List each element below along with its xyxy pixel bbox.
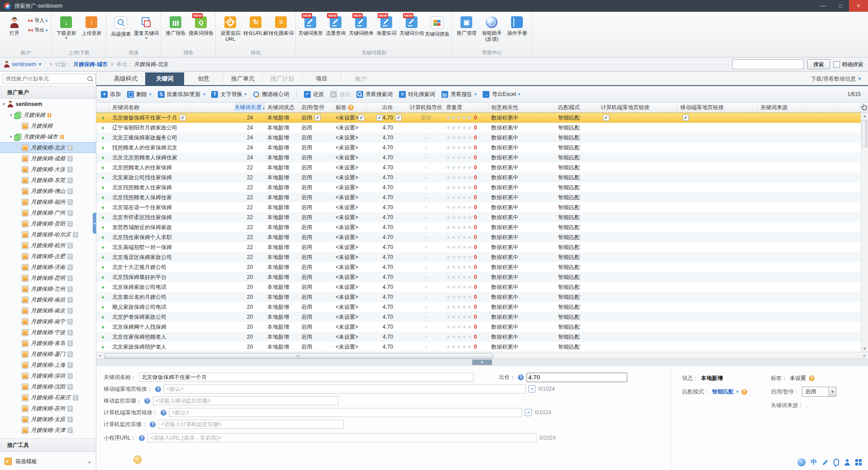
breadcrumb-plan[interactable]: 月嫂保姆-城市: [73, 61, 108, 68]
plus-icon[interactable]: +: [101, 125, 105, 131]
plus-icon[interactable]: +: [101, 264, 105, 271]
open-link-icon[interactable]: [528, 385, 536, 393]
ribbon-button[interactable]: 智能助手(反馈): [479, 14, 504, 42]
tree-item[interactable]: 月嫂保姆-昆明0: [0, 273, 96, 283]
column-header[interactable]: 出价: [366, 103, 409, 112]
import-button[interactable]: ↦ 导入 ▾: [28, 17, 47, 24]
edit-icon[interactable]: [603, 115, 609, 121]
toolbar-button-undo[interactable]: 还原: [304, 91, 324, 98]
help-icon[interactable]: [139, 435, 145, 441]
help-icon[interactable]: [144, 398, 150, 404]
chinese-mode-icon[interactable]: 中: [811, 458, 817, 466]
table-row[interactable]: +北京最出名的月嫂公司20本地新增启用<未设置>4.70-★★★★★0数据积累中…: [96, 292, 861, 302]
toolbar-button-add[interactable]: 添加: [101, 91, 121, 98]
mic-icon[interactable]: [834, 459, 839, 466]
miniapp-url-field[interactable]: [147, 433, 536, 442]
tab-推广单元[interactable]: 推广单元: [223, 72, 262, 85]
mobile-landing-field[interactable]: [164, 384, 526, 393]
table-row[interactable]: +北京做饭保姆不住家一个月24本地新增启用<未设置>4.70采价★★★★★0数据…: [96, 113, 861, 123]
plus-icon[interactable]: +: [101, 254, 105, 261]
column-header[interactable]: 计算机端落地页链接: [598, 103, 678, 112]
tab-关键词[interactable]: 关键词: [145, 72, 184, 85]
table-row[interactable]: +北京保姆家政公司电话20本地新增启用<未设置>4.70-★★★★★0数据积累中…: [96, 282, 861, 292]
ribbon-button[interactable]: 操作手册: [504, 14, 530, 36]
table-row[interactable]: +辽宁省朝阳市月嫂家政公司24本地新增启用<未设置>4.70-★★★★★0数据积…: [96, 123, 861, 133]
toolbar-button-target[interactable]: 圈选核心词: [253, 91, 289, 98]
column-header[interactable]: 关键词长度▴: [235, 103, 265, 112]
vertical-scrollbar[interactable]: ▲ ▼: [861, 113, 868, 352]
column-header[interactable]: 计算机指导价: [409, 103, 443, 112]
table-row[interactable]: +顺义家政保姆公司电话20本地新增启用<未设置>4.70-★★★★★0数据积累中…: [96, 302, 861, 312]
ribbon-button[interactable]: 推广管理: [454, 14, 479, 36]
maximize-button[interactable]: □: [832, 0, 849, 12]
plus-icon[interactable]: +: [101, 134, 105, 141]
table-row[interactable]: +北京十大正规月嫂公司20本地新增启用<未设置>4.70-★★★★★0数据积累中…: [96, 262, 861, 272]
table-row[interactable]: +北京找照顾老人住家保姆22本地新增启用<未设置>4.70-★★★★★0数据积累…: [96, 182, 861, 192]
tab-推广计划[interactable]: 推广计划: [262, 72, 302, 85]
ribbon-button[interactable]: 下载更新▾: [53, 14, 79, 40]
column-header[interactable]: 标签: [333, 103, 366, 112]
horizontal-scroll-thumb[interactable]: [104, 353, 493, 359]
table-row[interactable]: +北京住家保姆照顾老人20本地新增启用<未设置>4.70-★★★★★0数据积累中…: [96, 332, 861, 342]
search-button[interactable]: 搜索: [807, 59, 830, 69]
tree-item[interactable]: ▾月嫂保姆: [0, 110, 96, 120]
help-icon[interactable]: [155, 386, 161, 392]
ribbon-button[interactable]: 重复关键词▾: [133, 14, 159, 40]
open-account-button[interactable]: 打开: [2, 14, 27, 36]
plus-icon[interactable]: +: [101, 194, 105, 201]
plus-icon[interactable]: +: [101, 224, 105, 231]
scroll-left-icon[interactable]: ◂: [96, 352, 103, 359]
table-row[interactable]: +北京护老保姆家政公司20本地新增启用<未设置>4.70-★★★★★0数据积累中…: [96, 312, 861, 322]
plus-icon[interactable]: +: [101, 154, 105, 161]
minimize-button[interactable]: —: [815, 0, 832, 12]
column-header[interactable]: 创意相关性: [489, 103, 555, 112]
ribbon-button[interactable]: 上传更新: [79, 14, 104, 36]
plus-icon[interactable]: +: [101, 204, 105, 211]
ribbon-button[interactable]: NEW关键词榜单: [348, 14, 374, 36]
toolbar-button-conv-word[interactable]: 转化搜索词: [399, 91, 435, 98]
tree-item-account[interactable]: ▾ senlinsem: [0, 99, 96, 110]
table-row[interactable]: +北京找保姆最好的平台20本地新增启用<未设置>4.70-★★★★★0数据积累中…: [96, 272, 861, 282]
breadcrumb-account[interactable]: senlinsem: [12, 61, 36, 67]
table-row[interactable]: +北京现在请一个住家保姆22本地新增启用<未设置>4.70-★★★★★0数据积累…: [96, 202, 861, 212]
tree-item[interactable]: 月嫂保姆-北京0: [0, 142, 96, 153]
help-icon[interactable]: [150, 422, 156, 427]
scroll-down-icon[interactable]: ▼: [861, 345, 868, 352]
plus-icon[interactable]: +: [101, 294, 105, 301]
tree-item[interactable]: ▾月嫂保姆-城市: [0, 131, 96, 142]
edit-icon[interactable]: [180, 115, 186, 121]
ribbon-button[interactable]: 转化搜索词: [268, 14, 294, 36]
tree-item[interactable]: 月嫂保姆-苏州0: [0, 403, 96, 414]
ime-logo-icon[interactable]: [797, 458, 806, 466]
edit-icon[interactable]: [376, 115, 383, 121]
edit-icon[interactable]: [683, 115, 689, 121]
ribbon-button[interactable]: NEW关键词分组: [399, 14, 424, 36]
caret-down-icon[interactable]: ▾: [10, 134, 12, 139]
tab-创意[interactable]: 创意: [184, 72, 223, 85]
sidebar-collapse-handle[interactable]: ◂: [93, 213, 96, 234]
plus-icon[interactable]: +: [101, 184, 105, 191]
toolbar-button-view-word[interactable]: 查看搜索词: [356, 91, 393, 98]
column-header[interactable]: 关键词名称: [109, 103, 235, 112]
tree-item[interactable]: 月嫂保姆-深圳0: [0, 370, 96, 381]
column-header[interactable]: 质量度: [443, 103, 489, 112]
plus-icon[interactable]: +: [101, 324, 105, 331]
toolbar-button-report[interactable]: 查看报告▾: [441, 91, 477, 98]
tree-item[interactable]: 月嫂保姆-哈尔滨0: [0, 229, 96, 240]
column-header[interactable]: 关键词来源: [758, 103, 861, 112]
edit-icon[interactable]: [314, 115, 321, 121]
table-row[interactable]: +北京市怀柔区找住家保姆22本地新增启用<未设置>4.70-★★★★★0数据积累…: [96, 212, 861, 222]
tree-search-input[interactable]: [3, 74, 96, 84]
handwriting-icon[interactable]: [822, 459, 829, 466]
tree-item[interactable]: 月嫂保姆-上海0: [0, 360, 96, 370]
ribbon-button[interactable]: 推广报告: [163, 14, 188, 36]
table-row[interactable]: +北京家政保姆陪护老人20本地新增启用<未设置>4.70-★★★★★0数据积累中…: [96, 342, 861, 352]
pc-landing-field[interactable]: [169, 408, 522, 417]
toolbar-button-trash[interactable]: 删除▾: [127, 91, 152, 98]
edit-icon[interactable]: [358, 115, 365, 121]
caret-down-icon[interactable]: ▾: [10, 113, 12, 117]
column-header[interactable]: 移动端落地页链接: [678, 103, 758, 112]
table-row[interactable]: +北京家政公司找住家保姆22本地新增启用<未设置>4.70-★★★★★0数据积累…: [96, 173, 861, 182]
help-icon[interactable]: [809, 375, 815, 381]
table-row[interactable]: +北京找照顾老人保姆住家22本地新增启用<未设置>4.70-★★★★★0数据积累…: [96, 192, 861, 202]
